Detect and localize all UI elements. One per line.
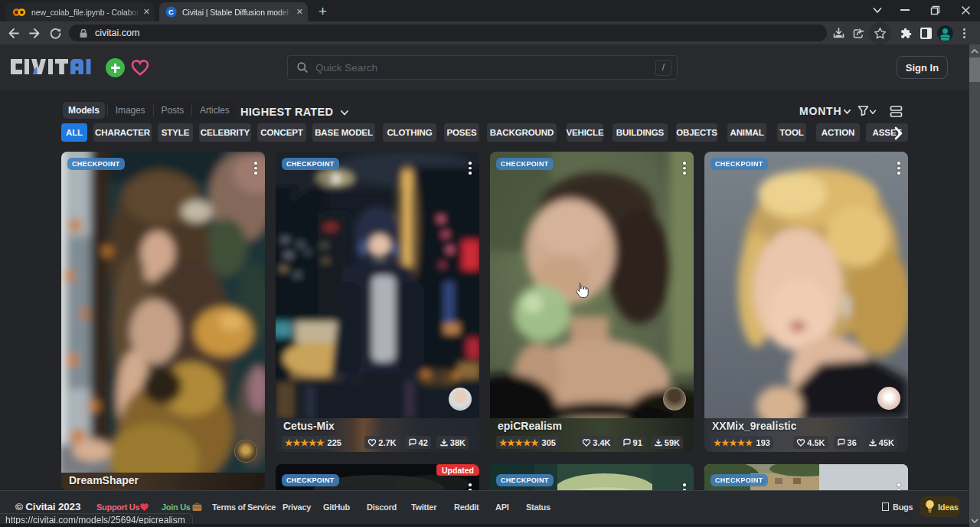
svg-text:C: C xyxy=(168,8,174,16)
